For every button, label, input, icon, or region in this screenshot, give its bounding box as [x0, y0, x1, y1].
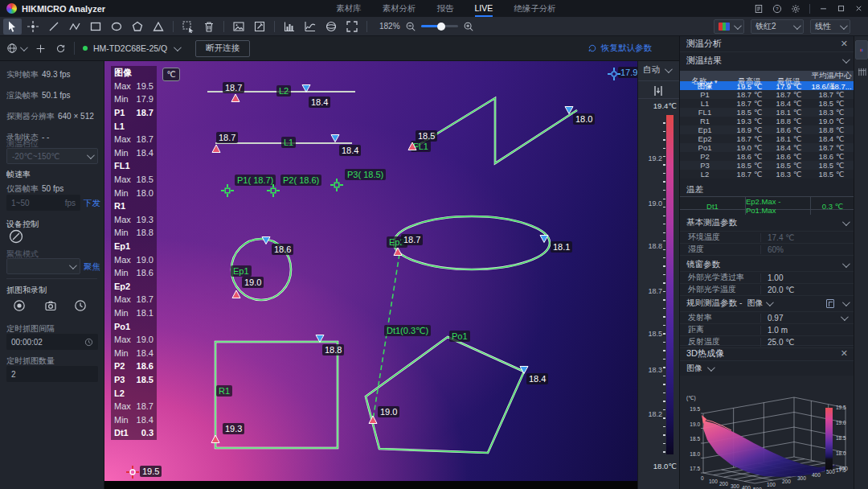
close-icon[interactable]: ✕	[841, 348, 848, 359]
param-距离[interactable]: 距离1.0 m	[680, 324, 854, 336]
table-row-Ep2[interactable]: Ep218.7 ℃18.1 ℃18.4 ℃	[680, 134, 854, 143]
gear-range-select[interactable]: -20℃~150℃	[6, 148, 98, 164]
table-row-Po1[interactable]: Po119.0 ℃18.4 ℃18.7 ℃	[680, 143, 854, 152]
maximize-icon[interactable]	[837, 4, 845, 13]
lens-params-header[interactable]: 镜窗参数	[680, 258, 854, 271]
colormap-select[interactable]: 铁红2	[751, 19, 804, 34]
image-tool[interactable]	[230, 18, 248, 35]
area-select-tool[interactable]	[179, 18, 198, 35]
delete-tool[interactable]	[200, 18, 219, 35]
copy-params-icon[interactable]	[826, 299, 834, 308]
rect-tool[interactable]	[87, 18, 105, 35]
cross-red-marker	[126, 466, 139, 479]
z-tick-18.0: 18.0	[684, 451, 700, 457]
interval-input[interactable]: 00:00:02	[6, 334, 98, 350]
param-外部光学温度[interactable]: 外部光学温度20.0 ℃	[680, 284, 854, 296]
histogram-tool[interactable]	[280, 18, 299, 35]
chevron-down-icon[interactable]	[174, 43, 182, 51]
send-fps-button[interactable]: 下发	[84, 198, 100, 209]
table-row-图像[interactable]: 图像19.5 ℃17.9 ℃18.6/ 18.7...	[680, 81, 854, 90]
table-row-L2[interactable]: L218.7 ℃18.3 ℃18.5 ℃	[680, 170, 854, 179]
table-row-R1[interactable]: R119.3 ℃18.8 ℃19.0 ℃	[680, 117, 854, 125]
tab-素材库[interactable]: 素材库	[336, 0, 362, 17]
restore-defaults-button[interactable]: 恢复默认参数	[588, 43, 652, 54]
table-row-P1[interactable]: P118.7 ℃18.7 ℃18.7 ℃	[680, 90, 854, 99]
rule-params-header[interactable]: 规则测温参数 - 图像	[680, 297, 854, 310]
close-icon[interactable]: ✕	[841, 39, 848, 49]
scale-mode-select[interactable]: 自动	[643, 64, 670, 76]
surface-3d-chart[interactable]: (℃)19.519.018.518.017.501002003004005001…	[680, 376, 854, 489]
toolbar-divider	[366, 21, 367, 32]
y-tick-300: 300	[797, 475, 806, 481]
param-外部光学透过率[interactable]: 外部光学透过率1.00	[680, 272, 854, 284]
fps-input[interactable]: 1~50fps	[6, 195, 80, 211]
record-icon[interactable]	[13, 299, 26, 312]
polyline-tool[interactable]	[66, 18, 84, 35]
table-row-P3[interactable]: P318.5 ℃18.5 ℃18.5 ℃	[680, 161, 854, 170]
param-发射率[interactable]: 发射率0.97	[680, 312, 854, 324]
rule-target-select[interactable]: 图像	[747, 298, 772, 309]
chevron-down-icon	[842, 298, 850, 306]
table-row-L1[interactable]: L118.7 ℃18.4 ℃18.5 ℃	[680, 99, 854, 108]
profile-chart-tool[interactable]	[301, 18, 320, 35]
zoom-slider[interactable]	[421, 25, 458, 27]
refresh-devices-icon[interactable]	[55, 43, 66, 54]
tab-报告[interactable]: 报告	[437, 0, 454, 17]
close-icon[interactable]	[854, 4, 863, 13]
settings-gear-icon[interactable]	[791, 4, 800, 14]
focus-mode-select[interactable]	[6, 258, 80, 274]
device-type-select[interactable]	[6, 43, 26, 54]
tools-panel-tab[interactable]	[855, 62, 868, 81]
zoom-out-icon[interactable]	[405, 21, 416, 32]
fullscreen-tool[interactable]	[343, 18, 362, 35]
tri-down-marker	[315, 334, 325, 343]
ellipse-tool[interactable]	[108, 18, 126, 35]
focus-button[interactable]: 聚焦	[84, 261, 100, 273]
basic-params-header[interactable]: 基本测温参数	[680, 216, 854, 229]
rect-tool-icon	[89, 20, 102, 33]
param-湿度[interactable]: 湿度60%	[680, 244, 854, 256]
spot-tool[interactable]	[24, 18, 43, 35]
rule-params-rows: 发射率0.97距离1.0 m反射温度25.0 ℃	[680, 311, 854, 348]
zoom-controls: 182%	[379, 21, 474, 32]
select-tool[interactable]	[3, 18, 22, 35]
thermal-image-canvas[interactable]: 18.718.4L218.718.4L118.5FL118.0P1( 18.7)…	[104, 61, 637, 481]
analysis-panel-tab[interactable]	[855, 40, 868, 60]
cell: 18.6 ℃	[769, 125, 809, 134]
polygon-tool[interactable]	[129, 18, 147, 35]
tab-绝缘子分析[interactable]: 绝缘子分析	[514, 0, 556, 17]
results-section-header[interactable]: 测温结果	[680, 52, 854, 68]
curve-select[interactable]: 线性	[810, 19, 850, 34]
table-row-FL1[interactable]: FL118.5 ℃18.1 ℃18.3 ℃	[680, 108, 854, 117]
overlay-row-Max: Max18.5	[114, 173, 157, 187]
disconnect-button[interactable]: 断开连接	[195, 40, 250, 57]
triangle-tool[interactable]	[149, 18, 168, 35]
zoom-in-icon[interactable]	[463, 21, 474, 32]
rotate-3d-tool[interactable]	[322, 18, 341, 35]
snapshot-camera-icon[interactable]	[44, 299, 57, 312]
y-tick-400: 400	[812, 472, 821, 478]
triangle-tool-icon	[152, 20, 165, 33]
help-icon[interactable]: ?	[772, 4, 782, 14]
palette-select[interactable]	[714, 19, 744, 34]
thermal3d-target-select[interactable]: 图像	[686, 363, 713, 374]
annotate-tool[interactable]	[251, 18, 269, 35]
report-icon[interactable]	[754, 4, 764, 14]
delta-row[interactable]: Dt1 Ep2.Max - Po1.Max 0.3 ℃	[680, 196, 854, 210]
param-环境温度[interactable]: 环境温度17.4 ℃	[680, 232, 854, 244]
capture-count-input[interactable]: 2	[6, 366, 98, 382]
zoom-slider-knob[interactable]	[437, 23, 445, 31]
timed-capture-clock-icon[interactable]	[74, 299, 87, 312]
palette-colorbar[interactable]	[666, 115, 674, 454]
minimize-icon[interactable]	[819, 4, 828, 13]
measurement-overlay-list: 图像Max19.5Min17.9P118.7L1Max18.7Min18.4FL…	[111, 66, 157, 440]
table-row-Ep1[interactable]: Ep118.9 ℃18.6 ℃18.8 ℃	[680, 125, 854, 134]
level-span-icon[interactable]	[652, 85, 665, 97]
overlay-row-Max: Max19.3	[114, 213, 157, 227]
add-device-icon[interactable]	[35, 43, 46, 54]
table-row-P2[interactable]: P218.6 ℃18.6 ℃18.6 ℃	[680, 152, 854, 161]
tab-LIVE[interactable]: LIVE	[475, 0, 493, 17]
focus-control-icon[interactable]	[8, 228, 24, 244]
line-tool[interactable]	[45, 18, 63, 35]
tab-素材分析[interactable]: 素材分析	[383, 0, 416, 17]
